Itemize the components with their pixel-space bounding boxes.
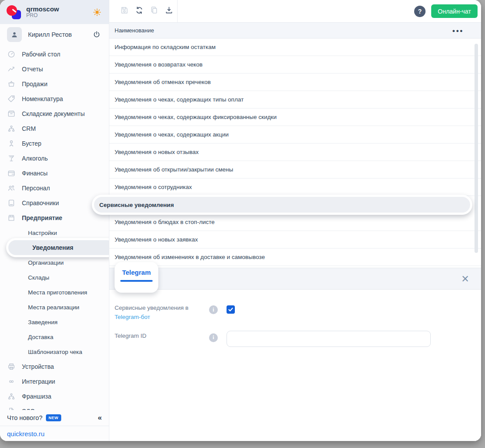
table-options-ellipsis-icon[interactable]: ●●● xyxy=(452,28,464,33)
brand-header: qrmoscow PRO xyxy=(0,0,109,24)
sidebar-item-desktop[interactable]: Рабочий стол xyxy=(0,47,109,62)
save-button xyxy=(117,4,132,19)
save-icon xyxy=(120,6,129,17)
sidebar-subitem-cooking-places[interactable]: Места приготовления xyxy=(0,285,109,300)
integrations-icon xyxy=(7,377,16,386)
download-button[interactable] xyxy=(161,4,176,19)
sales-icon xyxy=(7,80,16,88)
table-row[interactable]: Уведомления об отменах пречеков xyxy=(109,74,481,91)
telegram-id-label: Telegram ID xyxy=(115,331,204,341)
telegram-id-input[interactable] xyxy=(227,331,431,347)
sidebar-nav: Рабочий столОтчетыПродажиНоменклатураСкл… xyxy=(0,45,109,410)
refresh-button[interactable] xyxy=(132,4,147,19)
user-avatar xyxy=(7,27,22,42)
service-notifications-field: Сервисные уведомления в Telegram-бот i xyxy=(115,303,476,322)
telegram-bot-link[interactable]: Telegram-бот xyxy=(115,314,150,320)
finance-icon xyxy=(7,169,16,178)
sidebar-subitem-notifications[interactable]: Уведомления xyxy=(6,238,109,257)
user-profile[interactable]: Кирилл Рестов xyxy=(0,24,109,45)
telegram-id-field: Telegram ID i xyxy=(115,331,476,347)
collapse-sidebar-icon[interactable]: « xyxy=(98,413,102,422)
franchise-icon xyxy=(7,392,16,401)
sidebar-item-edo[interactable]: ЭДО и маркировка xyxy=(0,404,109,410)
service-notifications-checkbox[interactable] xyxy=(227,305,235,314)
sidebar-item-booster[interactable]: Бустер xyxy=(0,136,109,151)
service-notifications-label: Сервисные уведомления в xyxy=(115,304,188,311)
sidebar-item-franchise[interactable]: Франшиза xyxy=(0,389,109,404)
copy-icon xyxy=(150,6,159,17)
table-row[interactable]: Уведомления о чеках, содержащих типы опл… xyxy=(109,91,481,108)
sidebar-item-devices[interactable]: Устройства xyxy=(0,359,109,374)
table-row[interactable]: Уведомления о чеках, содержащих фиксиров… xyxy=(109,108,481,126)
toolbar-divider xyxy=(177,0,178,22)
close-panel-icon[interactable]: ✕ xyxy=(461,273,469,285)
help-button[interactable]: ? xyxy=(414,6,426,17)
theme-toggle-sun-icon[interactable] xyxy=(92,7,102,17)
active-tab-underline xyxy=(120,280,153,282)
detail-panel: Telegram ✕ Сервисные уведомления в Teleg… xyxy=(109,268,481,441)
plan-label: PRO xyxy=(26,13,88,19)
quickresto-logo-icon xyxy=(6,4,22,20)
sidebar-item-alcohol[interactable]: Алкоголь xyxy=(0,151,109,166)
telegram-form: Сервисные уведомления в Telegram-бот i T… xyxy=(109,290,481,347)
sidebar-footer: Что нового? NEW « quickresto.ru xyxy=(0,410,109,441)
sidebar-item-enterprise[interactable]: Предприятие xyxy=(0,210,109,225)
reports-icon xyxy=(7,65,16,74)
crm-icon xyxy=(7,124,16,133)
sidebar-subitem-warehouses[interactable]: Склады xyxy=(0,270,109,285)
user-name: Кирилл Рестов xyxy=(28,31,86,38)
table-row[interactable]: Уведомления о блюдах в стоп-листе xyxy=(109,214,481,231)
online-chat-button[interactable]: Онлайн-чат xyxy=(431,4,478,18)
person-icon xyxy=(10,30,19,39)
directory-icon xyxy=(7,199,16,207)
sidebar-subitem-venues[interactable]: Заведения xyxy=(0,315,109,329)
table-row[interactable]: Уведомления о новых отзывах xyxy=(109,144,481,161)
sidebar-subitem-organizations[interactable]: Организации xyxy=(0,255,109,270)
column-header-name: Наименование xyxy=(115,27,154,34)
sidebar-item-reports[interactable]: Отчеты xyxy=(0,62,109,77)
sidebar-item-integrations[interactable]: Интеграции xyxy=(0,374,109,389)
refresh-icon xyxy=(135,6,144,17)
sidebar-subitem-receipt-template[interactable]: Шаблонизатор чека xyxy=(0,344,109,359)
notification-list: Информация по складским остаткамУведомле… xyxy=(109,38,481,266)
alcohol-icon xyxy=(7,154,16,163)
staff-icon xyxy=(7,184,16,192)
sidebar-subitem-sale-places[interactable]: Места реализации xyxy=(0,300,109,315)
table-row[interactable]: Уведомления о возвратах чеков xyxy=(109,56,481,74)
sidebar-item-warehouse-docs[interactable]: Складские документы xyxy=(0,106,109,121)
table-row[interactable]: Информация по складским остаткам xyxy=(109,38,481,56)
enterprise-icon xyxy=(7,214,16,222)
table-row[interactable]: Уведомления об открытии/закрытии смены xyxy=(109,161,481,178)
sidebar-item-finance[interactable]: Финансы xyxy=(0,166,109,181)
info-icon[interactable]: i xyxy=(209,333,218,342)
table-header: Наименование ●●● xyxy=(109,22,481,38)
panel-tabstrip: Telegram ✕ xyxy=(109,268,481,290)
workspace-name: qrmoscow xyxy=(26,5,88,13)
warehouse-icon xyxy=(7,109,16,118)
sidebar-item-crm[interactable]: CRM xyxy=(0,121,109,136)
info-icon[interactable]: i xyxy=(209,305,218,314)
new-badge[interactable]: NEW xyxy=(46,414,61,421)
table-row[interactable]: Сервисные уведомления xyxy=(92,195,472,215)
table-row[interactable]: Уведомления о новых заявках xyxy=(109,231,481,248)
logout-power-icon[interactable] xyxy=(92,30,101,39)
site-link[interactable]: quickresto.ru xyxy=(7,430,45,438)
booster-icon xyxy=(7,139,16,148)
main-content: ? Онлайн-чат Наименование ●●● Информация… xyxy=(109,0,481,441)
app-window: qrmoscow PRO Кирилл Рестов xyxy=(0,0,481,441)
list-scrollbar[interactable] xyxy=(475,44,478,253)
table-row[interactable]: Уведомления о сотрудниках xyxy=(109,178,481,196)
table-row[interactable]: Уведомления об изменениях в доставке и с… xyxy=(109,248,481,266)
download-icon xyxy=(164,6,174,17)
sidebar-subitem-delivery[interactable]: Доставка xyxy=(0,329,109,344)
sidebar: qrmoscow PRO Кирилл Рестов xyxy=(0,0,109,441)
sidebar-item-staff[interactable]: Персонал xyxy=(0,181,109,196)
tab-telegram[interactable]: Telegram xyxy=(115,262,158,293)
copy-button xyxy=(147,4,161,19)
check-icon xyxy=(228,307,234,312)
whats-new-link[interactable]: Что нового? xyxy=(7,414,42,421)
sidebar-item-nomenclature[interactable]: Номенклатура xyxy=(0,91,109,106)
tag-icon xyxy=(7,94,16,103)
sidebar-item-sales[interactable]: Продажи xyxy=(0,77,109,91)
table-row[interactable]: Уведомления о чеках, содержащих акции xyxy=(109,126,481,144)
